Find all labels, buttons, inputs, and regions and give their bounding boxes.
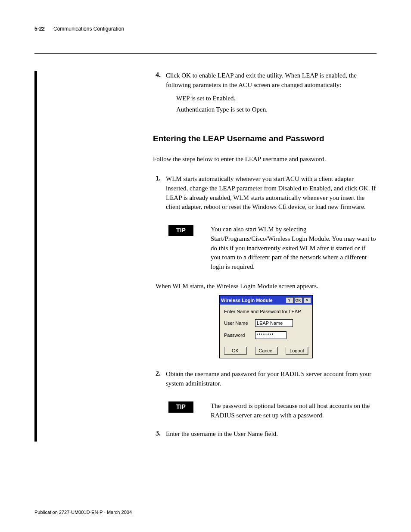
step-4-sublist: WEP is set to Enabled. Authentication Ty… (176, 93, 377, 115)
step-number: 2. (156, 370, 166, 389)
sub-item: Authentication Type is set to Open. (176, 105, 377, 115)
help-button[interactable]: ? (286, 297, 293, 303)
step-text: Obtain the username and password for you… (166, 370, 377, 389)
step-text: Click OK to enable LEAP and exit the uti… (166, 71, 377, 90)
username-field[interactable] (255, 319, 293, 327)
tip-badge: TIP (168, 401, 193, 413)
tip-badge: TIP (168, 225, 193, 236)
step-number: 4. (156, 71, 166, 90)
wlm-dialog: Wireless Login Module ? OK × Enter Name … (219, 295, 313, 358)
step-2: 2. Obtain the username and password for … (156, 370, 377, 389)
tip-text: The password is optional because not all… (211, 401, 377, 420)
wlm-titlebar: Wireless Login Module ? OK × (220, 296, 312, 305)
page-header: 5-22 Communications Configuration (34, 26, 377, 32)
ok-titlebar-button[interactable]: OK (294, 297, 303, 303)
header-rule (34, 53, 377, 54)
step-1: 1. WLM starts automatically whenever you… (156, 174, 377, 212)
wlm-caption: When WLM starts, the Wireless Login Modu… (156, 281, 377, 291)
step-4: 4. Click OK to enable LEAP and exit the … (156, 71, 377, 90)
section-heading: Entering the LEAP Username and Password (153, 134, 377, 143)
intro-text: Follow the steps below to enter the LEAP… (153, 154, 377, 164)
cancel-button[interactable]: Cancel (255, 347, 277, 355)
tip-2: TIP The password is optional because not… (168, 401, 377, 420)
step-3: 3. Enter the username in the User Name f… (156, 429, 377, 439)
step-number: 3. (156, 429, 166, 439)
logout-button[interactable]: Logout (286, 347, 308, 355)
tip-text: You can also start WLM by selecting Star… (211, 225, 377, 272)
password-field[interactable] (255, 331, 286, 339)
password-label: Password (224, 333, 255, 338)
step-text: Enter the username in the User Name fiel… (166, 429, 377, 439)
wlm-title-text: Wireless Login Module (221, 298, 285, 303)
username-label: User Name (224, 320, 255, 326)
page-number: 5-22 (34, 26, 45, 32)
sub-item: WEP is set to Enabled. (176, 93, 377, 103)
footer-text: Publication 2727-UM001D-EN-P - March 200… (34, 510, 132, 515)
step-number: 1. (156, 174, 166, 212)
ok-button[interactable]: OK (224, 347, 246, 355)
tip-1: TIP You can also start WLM by selecting … (168, 225, 377, 272)
step-text: WLM starts automatically whenever you st… (166, 174, 377, 212)
wlm-prompt: Enter Name and Password for LEAP (224, 309, 308, 314)
close-button[interactable]: × (303, 297, 311, 303)
section-title: Communications Configuration (53, 26, 124, 32)
